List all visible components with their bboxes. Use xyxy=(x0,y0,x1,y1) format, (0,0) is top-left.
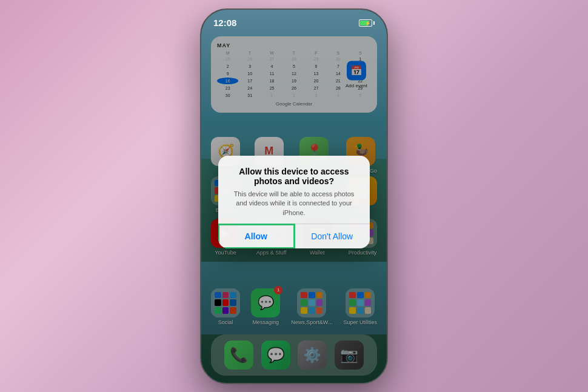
status-time: 12:08 xyxy=(213,18,236,28)
dont-allow-button[interactable]: Don't Allow xyxy=(295,224,370,248)
battery-icon: ⚡ xyxy=(359,19,375,27)
dialog-content: Allow this device to access photos and v… xyxy=(218,156,370,224)
dialog-box: Allow this device to access photos and v… xyxy=(218,156,370,248)
battery-tip xyxy=(373,21,375,25)
dialog-title: Allow this device to access photos and v… xyxy=(229,167,359,186)
battery-body: ⚡ xyxy=(359,19,372,27)
status-bar: 12:08 ⚡ xyxy=(201,10,387,32)
phone-screen: 12:08 ⚡ MAY M T W xyxy=(201,10,387,383)
status-icons: ⚡ xyxy=(359,19,375,27)
phone: 12:08 ⚡ MAY M T W xyxy=(200,8,388,384)
dialog-buttons: Allow Don't Allow xyxy=(218,224,370,248)
bolt-icon: ⚡ xyxy=(365,20,371,25)
allow-button[interactable]: Allow xyxy=(218,224,295,248)
dialog-message: This device will be able to access photo… xyxy=(229,190,359,218)
dialog-overlay: Allow this device to access photos and v… xyxy=(201,10,387,383)
